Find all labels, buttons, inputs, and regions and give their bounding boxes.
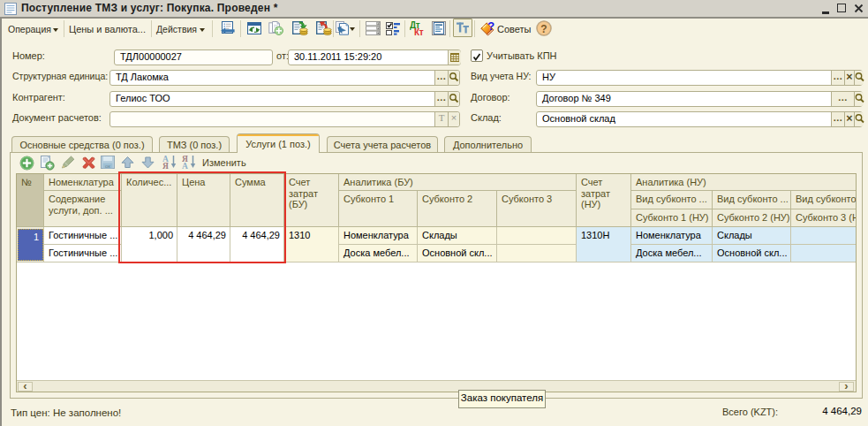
svg-text:А: А [182, 162, 188, 170]
svg-text:?: ? [487, 20, 494, 33]
svg-text:ок: ок [105, 164, 110, 169]
svg-text:?: ? [540, 23, 547, 35]
svg-text:Я: Я [162, 162, 169, 170]
svg-text:Кт: Кт [414, 27, 424, 36]
